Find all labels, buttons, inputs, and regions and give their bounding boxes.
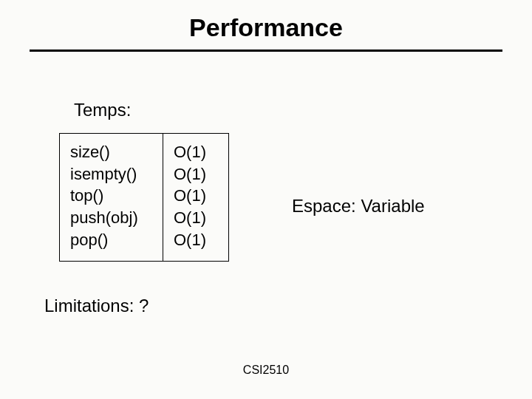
title-wrap: Performance: [0, 0, 532, 42]
limitations-label: Limitations: ?: [44, 296, 149, 316]
bigo-row: O(1): [174, 163, 218, 185]
footer-course-code: CSI2510: [0, 364, 532, 377]
slide-title: Performance: [189, 13, 343, 42]
bigo-row: O(1): [174, 207, 218, 229]
espace-label: Espace: Variable: [292, 196, 425, 216]
op-row: pop(): [70, 229, 152, 251]
op-row: size(): [70, 141, 152, 163]
bigo-row: O(1): [174, 185, 218, 207]
bigo-row: O(1): [174, 141, 218, 163]
slide: Performance Temps: size() isempty() top(…: [0, 0, 532, 399]
op-row: push(obj): [70, 207, 152, 229]
complexity-table: size() isempty() top() push(obj) pop() O…: [59, 133, 229, 262]
temps-label: Temps:: [74, 100, 131, 120]
title-rule: [30, 50, 502, 52]
bigo-column: O(1) O(1) O(1) O(1) O(1): [163, 133, 229, 262]
op-row: top(): [70, 185, 152, 207]
bigo-row: O(1): [174, 229, 218, 251]
op-row: isempty(): [70, 163, 152, 185]
operations-column: size() isempty() top() push(obj) pop(): [59, 133, 163, 262]
